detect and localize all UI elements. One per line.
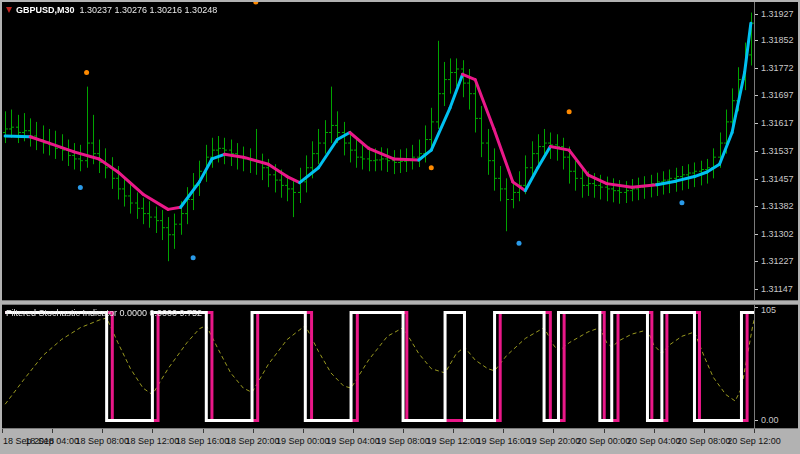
- indicator-panel: Filtered Stochastic Indicator 0.0000 0.0…: [2, 305, 798, 428]
- price-axis-tick: [755, 95, 758, 96]
- time-axis-tick: [754, 429, 755, 433]
- time-axis-tick: [152, 429, 153, 433]
- price-axis-tick: [755, 234, 758, 235]
- time-axis-tick: [353, 429, 354, 433]
- time-axis-tick: [553, 429, 554, 433]
- price-axis-label: 1.31537: [761, 146, 794, 156]
- stochastic-canvas[interactable]: [2, 305, 754, 428]
- price-axis-label: 1.31697: [761, 90, 794, 100]
- price-axis-tick: [755, 40, 758, 41]
- time-axis-label: 18 Sep 04:00: [25, 436, 79, 446]
- time-axis-label: 19 Sep 04:00: [326, 436, 380, 446]
- chart-title: GBPUSD,M301.30237 1.30276 1.30216 1.3024…: [6, 5, 222, 15]
- price-axis-label: 1.31227: [761, 256, 794, 266]
- time-axis-label: 19 Sep 08:00: [376, 436, 430, 446]
- time-axis-label: 18 Sep 16:00: [176, 436, 230, 446]
- indicator-name-label: Filtered Stochastic Indicator 0.0000 0.0…: [6, 308, 202, 318]
- price-axis-tick: [755, 123, 758, 124]
- ohlc-values-label: 1.30237 1.30276 1.30216 1.30248: [80, 5, 218, 15]
- time-axis-tick: [453, 429, 454, 433]
- time-axis[interactable]: 18 Sep 201818 Sep 04:0018 Sep 08:0018 Se…: [2, 428, 798, 452]
- chart-symbol-icon: [6, 7, 12, 13]
- time-axis-label: 20 Sep 04:00: [627, 436, 681, 446]
- price-axis-label: 1.31302: [761, 229, 794, 239]
- price-axis-tick: [755, 179, 758, 180]
- price-axis-tick: [755, 151, 758, 152]
- price-axis-tick: [755, 261, 758, 262]
- time-axis-label: 19 Sep 20:00: [527, 436, 581, 446]
- time-axis-tick: [704, 429, 705, 433]
- price-axis-label: 1.31927: [761, 9, 794, 19]
- time-axis-label: 19 Sep 12:00: [426, 436, 480, 446]
- price-axis-label: 1.31852: [761, 35, 794, 45]
- time-axis-tick: [102, 429, 103, 433]
- time-axis-label: 19 Sep 00:00: [276, 436, 330, 446]
- price-axis-label: 1.31772: [761, 63, 794, 73]
- indicator-scale[interactable]: 1050.00: [754, 305, 798, 428]
- main-chart-panel: GBPUSD,M301.30237 1.30276 1.30216 1.3024…: [2, 2, 798, 300]
- price-axis-label: 1.31147: [761, 284, 793, 294]
- price-axis-tick: [755, 289, 758, 290]
- indicator-axis-label: 105: [761, 305, 776, 315]
- chart-window: GBPUSD,M301.30237 1.30276 1.30216 1.3024…: [0, 0, 800, 454]
- time-axis-tick: [253, 429, 254, 433]
- time-axis-tick: [2, 429, 3, 433]
- time-axis-tick: [52, 429, 53, 433]
- time-axis-tick: [303, 429, 304, 433]
- time-axis-tick: [403, 429, 404, 433]
- time-axis-tick: [604, 429, 605, 433]
- price-axis-label: 1.31457: [761, 174, 794, 184]
- indicator-axis-tick: [755, 420, 758, 421]
- time-axis-label: 18 Sep 08:00: [75, 436, 129, 446]
- time-axis-tick: [654, 429, 655, 433]
- time-axis-label: 18 Sep 20:00: [226, 436, 280, 446]
- time-axis-label: 19 Sep 16:00: [477, 436, 531, 446]
- price-axis-label: 1.31617: [761, 118, 794, 128]
- indicator-axis-tick: [755, 307, 758, 308]
- indicator-axis-label: 0.00: [761, 415, 779, 425]
- price-axis-tick: [755, 206, 758, 207]
- price-axis-tick: [755, 14, 758, 15]
- price-scale[interactable]: 1.319271.318521.317721.316971.316171.315…: [754, 2, 798, 300]
- price-axis-label: 1.31382: [761, 201, 794, 211]
- price-axis-tick: [755, 68, 758, 69]
- time-axis-label: 20 Sep 00:00: [577, 436, 631, 446]
- time-axis-tick: [503, 429, 504, 433]
- time-axis-label: 20 Sep 08:00: [677, 436, 731, 446]
- time-axis-label: 18 Sep 12:00: [126, 436, 180, 446]
- indicator-title: Filtered Stochastic Indicator 0.0000 0.0…: [6, 308, 207, 318]
- price-chart-canvas[interactable]: [2, 2, 754, 300]
- symbol-timeframe-label: GBPUSD,M30: [16, 5, 75, 15]
- time-axis-tick: [203, 429, 204, 433]
- time-axis-label: 20 Sep 12:00: [727, 436, 781, 446]
